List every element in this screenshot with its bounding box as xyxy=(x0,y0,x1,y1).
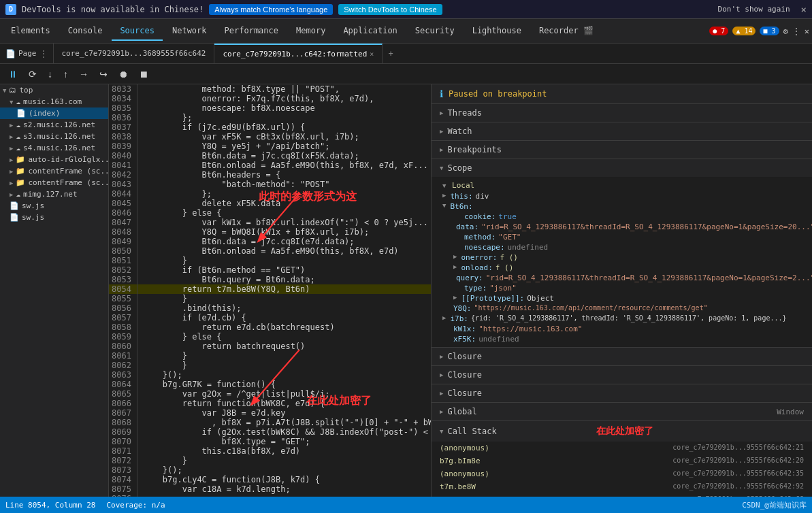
code-editor[interactable]: 8033 method: bf8X.type || "POST",8034 on… xyxy=(109,84,431,497)
sidebar-item-swjs1[interactable]: 📄 sw.js xyxy=(0,200,108,212)
sidebar-item-index[interactable]: 📄 (index) xyxy=(0,107,108,119)
scope-var-onerror[interactable]: ▶ onerror: f () xyxy=(453,252,807,263)
sidebar-item-contentframe2[interactable]: ▶ 📁 contentFrame (sc... xyxy=(0,177,108,188)
file-icon-swjs2: 📄 xyxy=(10,213,19,222)
cloud-icon-music163: ☁ xyxy=(16,97,20,106)
close-devtools-button[interactable]: ✕ xyxy=(805,27,809,36)
step-button[interactable]: → xyxy=(76,67,91,81)
callstack-item-3[interactable]: (anonymous) core_c7e792091b...9555f66c64… xyxy=(432,467,812,480)
file-tab-2-label: core_c7e792091b...c642:formatted xyxy=(223,50,367,59)
sidebar-item-s2music[interactable]: ▶ ☁ s2.music.126.net xyxy=(0,119,108,131)
table-row: 8068 , bf8X = p7i.A7t(J8B.split("-")[0] … xyxy=(109,418,431,427)
sidebar-label-swjs1: sw.js xyxy=(22,201,44,210)
scope-var-i7b[interactable]: ▶ i7b: {rid: 'R_SO_4_1293886117', thread… xyxy=(442,314,807,324)
code-content: } xyxy=(137,256,431,265)
closure-1-header[interactable]: ▶ Closure xyxy=(432,348,812,365)
tab-sources[interactable]: Sources xyxy=(112,22,163,41)
tab-performance[interactable]: Performance xyxy=(216,22,287,41)
callstack-item-5[interactable]: ● (anonymous) core_c7e792091b...9555f66c… xyxy=(432,493,812,497)
table-row: 8052 if (Bt6n.method == "GET") xyxy=(109,265,431,275)
scope-var-onload[interactable]: ▶ onload: f () xyxy=(453,263,807,273)
code-content: "batch-method": "POST" xyxy=(137,180,431,189)
tab-security[interactable]: Security xyxy=(407,22,463,41)
add-tab-button[interactable]: + xyxy=(383,46,398,61)
callstack-item-2[interactable]: b7g.bIm8e core_c7e792091b...9555f66c642:… xyxy=(432,454,812,467)
cloud-icon-s4: ☁ xyxy=(16,144,20,152)
code-content: Bt6n.data = j7c.cq8I(e7d.data); xyxy=(137,237,431,246)
watch-header[interactable]: ▶ Watch xyxy=(432,122,812,140)
tab-elements[interactable]: Elements xyxy=(3,22,59,41)
breakpoints-label: Breakpoints xyxy=(447,145,501,154)
switch-devtools-button[interactable]: Switch DevTools to Chinese xyxy=(338,4,442,15)
code-content: this.c18a(bf8X, e7d) xyxy=(137,446,431,456)
breakpoints-header[interactable]: ▶ Breakpoints xyxy=(432,141,812,159)
tab-console[interactable]: Console xyxy=(60,22,111,41)
global-header[interactable]: ▶ Global Window xyxy=(432,403,812,420)
line-number: 8061 xyxy=(109,351,137,361)
tab-recorder[interactable]: Recorder 🎬 xyxy=(531,22,602,41)
file-tab-2-close[interactable]: × xyxy=(370,50,374,58)
step-out-button[interactable]: ↑ xyxy=(61,67,71,81)
sidebar-label-index: (index) xyxy=(29,109,60,118)
callstack-item-1[interactable]: (anonymous) core_c7e792091b...9555f66c64… xyxy=(432,442,812,454)
line-number: 8050 xyxy=(109,246,137,256)
scope-var-bt6n[interactable]: ▼ Bt6n: xyxy=(442,201,807,212)
sidebar-item-music163[interactable]: ▼ ☁ music.163.com xyxy=(0,96,108,107)
tab-network[interactable]: Network xyxy=(164,22,215,41)
more-icon[interactable]: ⋮ xyxy=(792,27,800,36)
threads-header[interactable]: ▶ Threads xyxy=(432,104,812,122)
page-icon: 📄 xyxy=(5,49,16,59)
tab-memory[interactable]: Memory xyxy=(288,22,334,41)
pause-resume-button[interactable]: ⏸ xyxy=(5,67,20,81)
sidebar-item-autoid[interactable]: ▶ 📁 auto-id-rGloIglx... xyxy=(0,154,108,165)
callstack-file-2: core_c7e792091b...9555f66c642:20 xyxy=(672,457,804,465)
sidebar-item-contentframe1[interactable]: ▶ 📁 contentFrame (sc... xyxy=(0,165,108,177)
callstack-header[interactable]: ▼ Call Stack 在此处加密了 xyxy=(432,421,812,442)
line-number: 8039 xyxy=(109,142,137,151)
line-number: 8076 xyxy=(109,494,137,497)
sidebar-item-mimg[interactable]: ▶ ☁ mimg.127.net xyxy=(0,188,108,200)
closure-3-header[interactable]: ▶ Closure xyxy=(432,384,812,402)
sidebar-toggle-button[interactable]: 📄 Page ⋮ xyxy=(0,44,54,63)
sidebar-label-music163: music.163.com xyxy=(23,97,82,106)
callstack-item-4[interactable]: t7m.be8W core_c7e792091b...9555f66c642:9… xyxy=(432,480,812,493)
record-button[interactable]: ⏺ xyxy=(116,67,131,81)
code-content: if (e7d.cb) { xyxy=(137,313,431,322)
active-dot: ● xyxy=(440,495,444,497)
closure-2-header[interactable]: ▶ Closure xyxy=(432,366,812,384)
table-row: 8069 if (g2Ox.test(bWK8C) && J8B.indexOf… xyxy=(109,427,431,437)
callstack-fn-5: (anonymous) xyxy=(450,495,500,497)
line-number: 8066 xyxy=(109,399,137,408)
sidebar-item-s3music[interactable]: ▶ ☁ s3.music.126.net xyxy=(0,131,108,142)
always-match-button[interactable]: Always match Chrome's language xyxy=(209,4,333,15)
scope-var-prototype[interactable]: ▶ [[Prototype]]: Object xyxy=(453,293,807,303)
step-over-button[interactable]: ⟳ xyxy=(26,67,39,81)
log-badge: ■ 3 xyxy=(760,27,779,35)
cloud-icon-s2: ☁ xyxy=(16,120,20,129)
code-content: var c18A = k7d.length; xyxy=(137,484,431,494)
line-number: 8044 xyxy=(109,189,137,199)
sidebar-item-top-label: top xyxy=(19,86,33,95)
file-tab-2[interactable]: core_c7e792091b...c642:formatted × xyxy=(214,44,383,63)
dont-show-link[interactable]: Don't show again xyxy=(718,5,790,14)
code-scroll-area[interactable]: 8033 method: bf8X.type || "POST",8034 on… xyxy=(109,84,431,497)
tab-application[interactable]: Application xyxy=(335,22,405,41)
table-row: 8067 var J8B = e7d.key xyxy=(109,408,431,418)
more-dots-icon[interactable]: ⋮ xyxy=(39,49,48,59)
scope-var-this[interactable]: ▶ this: div xyxy=(442,191,807,201)
settings-icon[interactable]: ⚙ xyxy=(783,27,788,36)
file-tab-1[interactable]: core_c7e792091b...3689555f66c642 xyxy=(54,44,215,63)
code-content: Bt6n.headers = { xyxy=(137,170,431,180)
tab-lighthouse[interactable]: Lighthouse xyxy=(464,22,530,41)
file-icon-index: 📄 xyxy=(16,109,26,118)
sidebar-item-top[interactable]: ▼ 🗂 top xyxy=(0,84,108,96)
deactivate-breakpoints-button[interactable]: ↪ xyxy=(97,67,110,81)
callstack-label: Call Stack xyxy=(447,427,496,436)
banner-close-button[interactable]: × xyxy=(801,4,807,15)
stop-button[interactable]: ⏹ xyxy=(136,67,151,81)
step-into-button[interactable]: ↓ xyxy=(45,67,55,81)
scope-header[interactable]: ▼ Scope xyxy=(432,159,812,177)
table-row: 8066 return function(bWK8C, e7d) { xyxy=(109,399,431,408)
sidebar-item-s4music[interactable]: ▶ ☁ s4.music.126.net xyxy=(0,142,108,154)
sidebar-item-swjs2[interactable]: 📄 sw.js xyxy=(0,212,108,223)
